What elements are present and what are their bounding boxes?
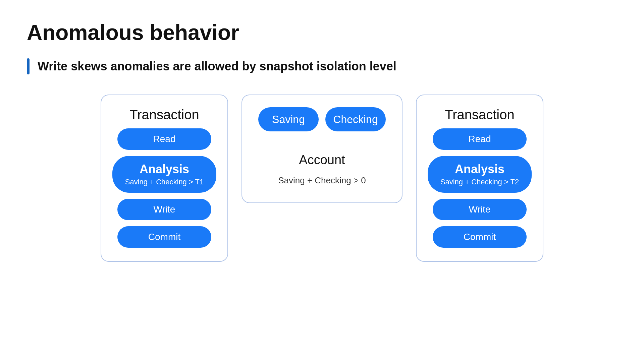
page-title: Anomalous behavior [27,20,617,45]
subtitle-bar: Write skews anomalies are allowed by sna… [27,58,617,74]
right-commit-button: Commit [433,226,527,248]
page: Anomalous behavior Write skews anomalies… [0,0,644,362]
right-transaction-card: Transaction Read Analysis Saving + Check… [416,95,543,262]
right-card-title: Transaction [445,107,515,122]
left-transaction-card: Transaction Read Analysis Saving + Check… [101,95,228,262]
left-card-title: Transaction [129,107,199,122]
account-buttons-row: Saving Checking [258,107,386,131]
account-label: Account [299,153,345,167]
diagram-area: Transaction Read Analysis Saving + Check… [27,95,617,342]
subtitle-text: Write skews anomalies are allowed by sna… [38,59,396,73]
saving-button: Saving [258,107,319,131]
account-formula: Saving + Checking > 0 [278,175,366,186]
left-read-button: Read [117,128,211,150]
checking-button: Checking [325,107,386,131]
blue-bar-icon [27,58,30,74]
right-read-button: Read [433,128,527,150]
left-write-button: Write [117,199,211,220]
left-analysis-button: Analysis Saving + Checking > T1 [112,156,216,193]
right-write-button: Write [433,199,527,220]
right-analysis-button: Analysis Saving + Checking > T2 [428,156,532,193]
left-commit-button: Commit [117,226,211,248]
center-account-card: Saving Checking Account Saving + Checkin… [241,95,402,203]
